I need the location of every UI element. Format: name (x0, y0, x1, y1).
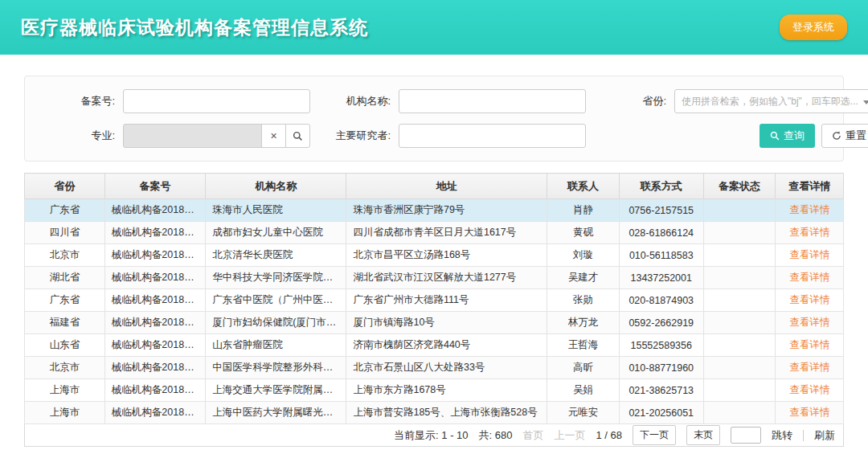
table-cell: 中国医学科学院整形外科医院 (206, 357, 346, 379)
table-cell: 吴建才 (547, 267, 620, 289)
record-no-input[interactable] (123, 89, 310, 113)
search-icon (293, 131, 303, 141)
login-button[interactable]: 登录系统 (780, 14, 847, 40)
table-cell: 查看详情 (776, 312, 844, 334)
table-cell: 成都市妇女儿童中心医院 (206, 222, 346, 244)
table-cell: 张勋 (547, 289, 620, 312)
specialty-field: 专业: × (41, 124, 310, 148)
pi-input[interactable] (399, 124, 586, 148)
jump-page-input[interactable] (731, 427, 761, 444)
table-cell: 广东省 (25, 289, 105, 312)
last-page-button[interactable]: 末页 (686, 425, 720, 445)
table-cell: 湖北省武汉市江汉区解放大道1277号 (346, 267, 547, 289)
table-cell: 15552589356 (619, 334, 703, 357)
table-cell: 械临机构备201800005 (104, 289, 205, 312)
org-name-field: 机构名称: (317, 89, 586, 113)
view-detail-link[interactable]: 查看详情 (789, 339, 829, 350)
table-cell: 山东省肿瘤医院 (206, 334, 346, 357)
table-cell: 查看详情 (776, 402, 844, 424)
table-cell: 械临机构备201800010 (104, 402, 205, 424)
filter-grid: 备案号: 机构名称: 省份: 使用拼音检索，例如输入"bj"，回车即选... 专… (41, 89, 827, 148)
table-cell (703, 222, 776, 244)
table-cell: 上海交通大学医学院附属上海儿童... (206, 379, 346, 402)
clear-icon: × (270, 129, 276, 142)
table-cell: 北京市 (25, 244, 105, 267)
table-header-row: 省份备案号机构名称地址联系人联系方式备案状态查看详情 (25, 174, 844, 199)
table-header: 省份备案号机构名称地址联系人联系方式备案状态查看详情 (25, 174, 844, 199)
specialty-clear-button[interactable]: × (261, 124, 286, 148)
table-cell: 山东省 (25, 334, 105, 357)
table-cell: 械临机构备201800007 (104, 334, 205, 357)
column-header: 备案状态 (703, 174, 776, 199)
view-detail-link[interactable]: 查看详情 (789, 294, 829, 305)
table-cell: 械临机构备201800003 (104, 244, 205, 267)
specialty-label: 专业: (41, 129, 115, 143)
view-detail-link[interactable]: 查看详情 (789, 384, 829, 395)
table-cell: 查看详情 (776, 199, 844, 222)
view-detail-link[interactable]: 查看详情 (789, 227, 829, 238)
table-cell (703, 312, 776, 334)
filter-panel: 备案号: 机构名称: 省份: 使用拼音检索，例如输入"bj"，回车即选... 专… (24, 76, 844, 162)
refresh-icon (832, 131, 841, 141)
table-cell (703, 402, 776, 424)
pagination-bar: 当前显示: 1 - 10 共: 680 首页 上一页 1 / 68 下一页 末页… (24, 424, 844, 447)
view-detail-link[interactable]: 查看详情 (789, 317, 829, 328)
table-cell: 010-88771960 (619, 357, 703, 379)
table-cell: 0756-2157515 (619, 199, 703, 222)
table-cell: 广东省 (25, 199, 105, 222)
table-cell: 查看详情 (776, 244, 844, 267)
table-cell (703, 199, 776, 222)
table-cell: 珠海市香洲区康宁路79号 (346, 199, 547, 222)
table-cell: 上海市 (25, 402, 105, 424)
jump-button[interactable]: 跳转 (772, 428, 792, 443)
results-table-wrap: 省份备案号机构名称地址联系人联系方式备案状态查看详情 广东省械临机构备20180… (24, 173, 844, 447)
column-header: 查看详情 (776, 174, 844, 199)
table-row: 四川省械临机构备201800002成都市妇女儿童中心医院四川省成都市青羊区日月大… (25, 222, 844, 244)
view-detail-link[interactable]: 查看详情 (789, 272, 829, 283)
table-cell: 济南市槐荫区济兖路440号 (346, 334, 547, 357)
table-row: 北京市械临机构备201800003北京清华长庚医院北京市昌平区立汤路168号刘璇… (25, 244, 844, 267)
column-header: 联系方式 (619, 174, 703, 199)
table-cell: 查看详情 (776, 357, 844, 379)
specialty-search-button[interactable] (285, 124, 310, 148)
province-label: 省份: (592, 94, 666, 108)
search-button[interactable]: 查询 (760, 124, 815, 148)
province-placeholder: 使用拼音检索，例如输入"bj"，回车即选... (682, 95, 858, 108)
org-name-input[interactable] (399, 89, 586, 113)
search-button-label: 查询 (784, 129, 805, 143)
first-page-button[interactable]: 首页 (522, 428, 543, 443)
view-detail-link[interactable]: 查看详情 (789, 362, 829, 373)
record-no-field: 备案号: (41, 89, 310, 113)
view-detail-link[interactable]: 查看详情 (789, 249, 829, 260)
table-cell: 林万龙 (547, 312, 620, 334)
table-cell (703, 334, 776, 357)
view-detail-link[interactable]: 查看详情 (789, 204, 829, 215)
reset-button[interactable]: 重置 (821, 124, 868, 148)
prev-page-button[interactable]: 上一页 (554, 428, 585, 443)
table-cell: 械临机构备201800008 (104, 357, 205, 379)
table-cell: 械临机构备201800002 (104, 222, 205, 244)
table-cell: 肖静 (547, 199, 620, 222)
org-name-label: 机构名称: (317, 94, 391, 108)
table-cell: 上海市 (25, 379, 105, 402)
table-cell: 上海市普安路185号、上海市张衡路528号 (346, 402, 547, 424)
column-header: 省份 (25, 174, 105, 199)
table-cell (703, 357, 776, 379)
current-display-text: 当前显示: 1 - 10 (394, 428, 468, 443)
chevron-down-icon (863, 100, 868, 104)
page-indicator: 1 / 68 (596, 429, 622, 441)
province-select[interactable]: 使用拼音检索，例如输入"bj"，回车即选... (674, 89, 868, 113)
column-header: 备案号 (104, 174, 205, 199)
total-count-text: 共: 680 (479, 428, 513, 443)
page-title: 医疗器械临床试验机构备案管理信息系统 (21, 15, 368, 40)
table-cell: 四川省成都市青羊区日月大道1617号 (346, 222, 547, 244)
table-cell: 刘璇 (547, 244, 620, 267)
table-cell (703, 289, 776, 312)
table-cell: 查看详情 (776, 267, 844, 289)
table-cell: 028-61866124 (619, 222, 703, 244)
table-cell: 福建省 (25, 312, 105, 334)
view-detail-link[interactable]: 查看详情 (789, 407, 829, 418)
table-cell: 械临机构备201800006 (104, 312, 205, 334)
next-page-button[interactable]: 下一页 (633, 425, 676, 445)
refresh-button[interactable]: 刷新 (814, 428, 835, 443)
